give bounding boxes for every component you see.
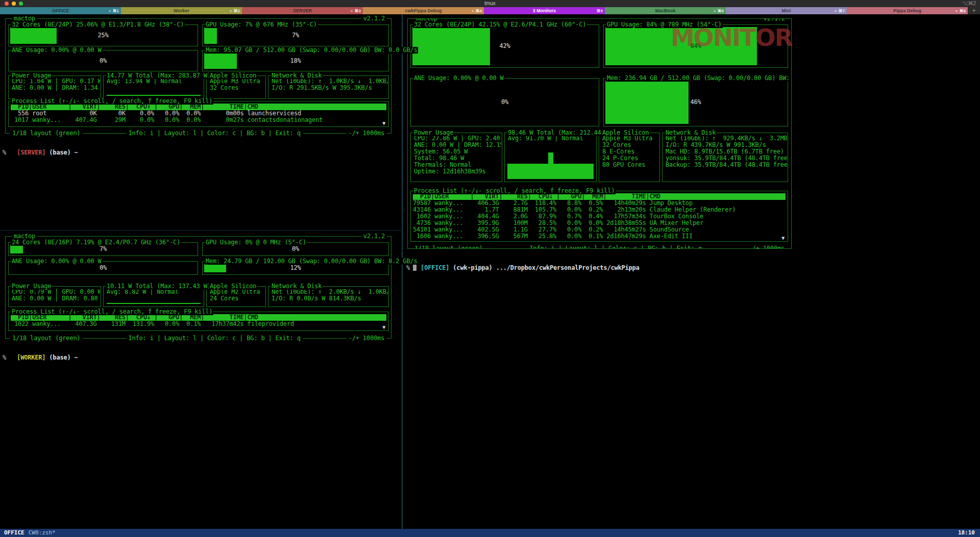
mactop-pane-worker[interactable]: mactop v2.1.2 24 Cores (8E/16P) 7.19% @ … — [5, 236, 391, 339]
tab-shortcut: ⌘2 — [234, 9, 240, 13]
gpu-usage-percent: 0% — [204, 245, 387, 253]
mactop-footer: 1/18 layout (green) Info: i | Layout: l … — [10, 335, 387, 342]
scroll-more-icon[interactable]: ▼ — [382, 325, 385, 330]
gpu-usage-title: GPU Usage: 7% @ 676 MHz (35°-C) — [205, 21, 318, 28]
memory-usage-box: Mem: 24.79 GB / 192.00 GB (Swap: 0.00/0.… — [202, 261, 389, 275]
tmux-pane-divider-vertical[interactable] — [402, 14, 403, 529]
power-line: Total: 98.46 W — [414, 155, 501, 162]
tab-worker[interactable]: Worker ✳⌘2 — [121, 7, 242, 14]
mactop-footer: 1/18 layout (green) Info: i | Layout: l … — [412, 245, 787, 249]
footer-keys: Info: i | Layout: l | Color: c | BG: b |… — [126, 130, 303, 137]
cpu-usage-box: 32 Cores (8E/24P) 25.06% @ E1.3/P1.8 GHz… — [8, 24, 198, 46]
prompt-path: (cwk-pippa) .../Dropbox/cwkPersonalProje… — [449, 264, 639, 271]
process-list-box[interactable]: Process List (↑-/↓- scroll, / search, f … — [8, 101, 389, 127]
tab-pippa-debug[interactable]: Pippa Debug ✳⌘8 — [847, 7, 968, 14]
cpu-usage-title: 32 Cores (8E/24P) 42.15% @ E2.6/P4.1 GHz… — [413, 21, 587, 28]
prompt-percent-server: % — [3, 149, 6, 156]
tab-shortcut: ⌘3 — [355, 9, 361, 13]
apple-silicon-title: Apple Silicon — [209, 72, 257, 79]
network-disk-title: Network & Disk — [665, 130, 717, 136]
shell-prompt-office: [OFFICE] (cwk-pippa) .../Dropbox/cwkPers… — [406, 258, 640, 278]
power-usage-box: Power Usage CPU: 0.79 W | GPU: 0.00 W AN… — [8, 286, 101, 307]
ane-usage-percent: 0% — [411, 79, 599, 126]
network-disk-box: Network & Disk Net (10GbE): ↑ 1.0KB/s ↓ … — [268, 75, 389, 99]
gpu-usage-title: GPU Usage: 84% @ 789 MHz (54°-C) — [606, 21, 723, 28]
shell-prompt-worker: [WORKER] (base) ~ — [3, 348, 78, 368]
power-history-chart — [107, 303, 201, 304]
scroll-more-icon[interactable]: ▼ — [382, 121, 385, 126]
process-row: 1022 wanky... 407.3G 131M 131.9% 0.0% 0.… — [11, 321, 386, 327]
prompt-host-tag: [WORKER] — [17, 354, 45, 361]
net-line: I/O: R 0.0B/s W 814.3KB/s — [272, 295, 388, 302]
process-row: 43146 wanky... 1.7T 881M 105.7% 0.0% 0.2… — [413, 207, 786, 213]
activity-spinner-icon: ✳ — [714, 9, 716, 13]
new-tab-button[interactable]: + — [968, 7, 980, 14]
power-total-box: 14.77 W Total (Max: 283.87 W) Avg: 13.94… — [103, 75, 204, 99]
mactop-pane-office[interactable]: mactop v2.1.2 32 Cores (8E/24P) 42.15% @… — [407, 18, 792, 249]
app-title: mactop — [12, 15, 37, 22]
scroll-more-icon[interactable]: ▼ — [781, 236, 785, 241]
shell-prompt-server: [SERVER] (base) ~ — [3, 143, 78, 163]
memory-usage-title: Mem: 95.07 GB / 512.00 GB (Swap: 0.00/0.… — [205, 47, 418, 54]
terminal-cursor — [413, 265, 416, 271]
prompt-path: (base) ~ — [45, 149, 78, 156]
status-window-name[interactable]: CW0:zsh* — [29, 529, 56, 537]
cpu-usage-box: 32 Cores (8E/24P) 42.15% @ E2.6/P4.1 GHz… — [410, 24, 599, 68]
silicon-line: 32 Cores — [602, 142, 659, 148]
tab-label: cwkPippa Debug — [405, 7, 442, 14]
activity-spinner-icon: ✳ — [835, 9, 837, 13]
process-list-title: Process List (↑-/↓- scroll, / search, f … — [413, 188, 616, 194]
process-list-box[interactable]: Process List (↑-/↓- scroll, / search, f … — [8, 312, 389, 331]
tab-cwkpippa-debug[interactable]: cwkPippa Debug ✳⌘4 — [363, 7, 484, 14]
apple-silicon-box: Apple Silicon Apple M2 Ultra 24 Cores — [206, 286, 266, 307]
footer-interval: -/+ 1000ms — [346, 335, 387, 342]
power-history-chart — [107, 95, 201, 96]
power-history-chart — [507, 164, 594, 179]
mactop-footer: 1/18 layout (green) Info: i | Layout: l … — [10, 130, 387, 137]
process-row: 79587 wanky... 406.3G 2.7G 118.4% 8.8% 0… — [413, 200, 786, 207]
tab-shortcut: ⌘4 — [476, 9, 482, 13]
power-line: ANE: 0.00 W | DRAM: 0.80 W — [12, 295, 100, 302]
tmux-pane-divider-horizontal[interactable] — [0, 230, 402, 231]
process-list-box[interactable]: Process List (↑-/↓- scroll, / search, f … — [410, 191, 788, 242]
window-titlebar: tmux ⌥⌘2 — [0, 0, 980, 7]
tab-shortcut: ⌘8 — [960, 9, 966, 13]
tab-server[interactable]: SERVER ✳⌘3 — [242, 7, 363, 14]
power-usage-box: Power Usage CPU: 27.86 W | GPU: 2.40 W A… — [410, 133, 502, 182]
memory-usage-box: Mem: 95.07 GB / 512.00 GB (Swap: 0.00/0.… — [202, 50, 389, 71]
activity-spinner-icon: ✳ — [472, 9, 474, 13]
tab-label: Mini — [782, 7, 791, 14]
ane-usage-title: ANE Usage: 0.00% @ 0.00 W — [11, 258, 103, 265]
silicon-line: 80 GPU Cores — [602, 162, 659, 168]
footer-interval: -/+ 1000ms — [346, 130, 387, 137]
activity-spinner-icon: ✳ — [230, 9, 232, 13]
apple-silicon-box: Apple Silicon Apple M3 Ultra 32 Cores — [206, 75, 266, 99]
footer-layout: 1/18 layout (green) — [412, 245, 485, 249]
tmux-status-bar: OFFICE CW0:zsh* 18:10 — [0, 529, 980, 537]
net-line: Backup: 35.9TB/84.4TB (48.4TB free) — [666, 162, 787, 168]
app-title: mactop — [12, 233, 37, 240]
app-title: mactop — [414, 18, 439, 22]
power-usage-title: Power Usage — [11, 72, 52, 79]
tab-3-monitors[interactable]: 3 Monitors ⌘5 — [484, 7, 605, 14]
prompt-path: (base) ~ — [45, 354, 78, 361]
cpu-usage-title: 24 Cores (8E/16P) 7.19% @ E2.4/P0.7 GHz … — [11, 239, 181, 246]
mactop-pane-server[interactable]: mactop v2.1.2 32 Cores (8E/24P) 25.06% @… — [5, 18, 391, 134]
tab-office[interactable]: OFFICE ✳⌘1 — [0, 7, 121, 14]
power-usage-title: Power Usage — [413, 130, 454, 136]
process-row: 4736 wanky... 395.9G 100M 28.5% 0.0% 0.0… — [413, 220, 786, 226]
footer-keys: Info: i | Layout: l | Color: c | BG: b |… — [527, 245, 704, 249]
memory-usage-percent: 46% — [605, 81, 786, 124]
silicon-line: 24 P-Cores — [602, 155, 659, 162]
cpu-usage-percent: 25% — [10, 27, 196, 44]
tab-macbook[interactable]: MacBook ✳⌘6 — [605, 7, 726, 14]
prompt-host-tag: [SERVER] — [17, 149, 45, 156]
gpu-usage-percent: 84% — [605, 27, 786, 65]
power-usage-box: Power Usage CPU: 1.04 W | GPU: 0.17 W AN… — [8, 75, 101, 99]
power-line: System: 56.05 W — [414, 148, 501, 155]
footer-layout: 1/18 layout (green) — [10, 130, 83, 137]
ane-usage-box: ANE Usage: 0.00% @ 0.00 W 0% — [410, 78, 599, 126]
footer-layout: 1/18 layout (green) — [10, 335, 83, 342]
process-row: 1017 wanky... 407.4G 29M 0.0% 0.0% 0.0% … — [11, 117, 386, 123]
tab-mini[interactable]: Mini ✳⌘7 — [726, 7, 847, 14]
